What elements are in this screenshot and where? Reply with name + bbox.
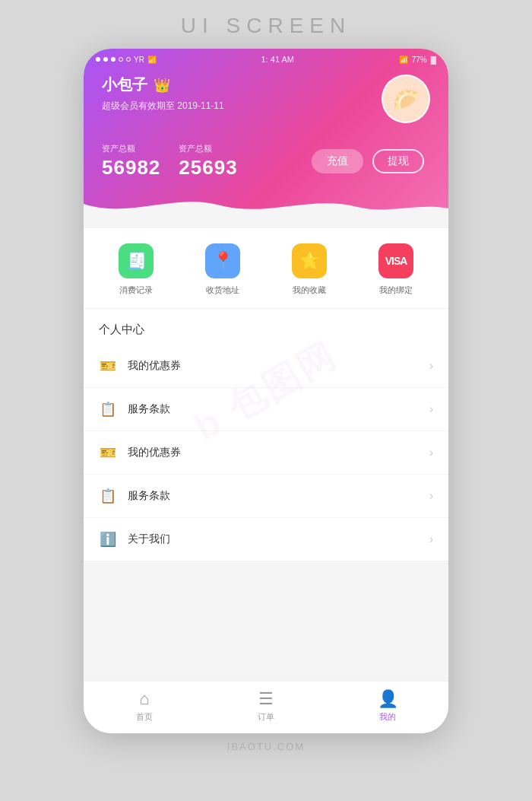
quick-item-binding[interactable]: VISA 我的绑定: [378, 243, 413, 296]
page-title: UI SCREEN: [181, 14, 351, 38]
signal-dot-2: [103, 57, 108, 62]
crown-icon: 👑: [154, 77, 170, 94]
status-left: YR 📶: [96, 56, 157, 64]
service1-text: 服务条款: [128, 402, 419, 416]
action-buttons: 充值 提现: [312, 149, 430, 173]
bottom-nav: ⌂ 首页 ☰ 订单 👤 我的: [84, 681, 448, 733]
orders-icon: ☰: [258, 689, 274, 709]
menu-item-service2[interactable]: 📋 服务条款 ›: [84, 475, 448, 518]
menu-list: 🎫 我的优惠券 › 📋 服务条款 › 🎫 我的优惠券 › 📋 服务条款 › ℹ️…: [84, 345, 448, 561]
quick-menu: 🧾 消费记录 📍 收货地址 ⭐ 我的收藏 VISA 我的绑定: [84, 228, 448, 309]
quick-item-favorites[interactable]: ⭐ 我的收藏: [292, 243, 327, 296]
user-info: 小包子 👑 超级会员有效期至 2019-11-11: [102, 75, 382, 113]
withdraw-button[interactable]: 提现: [372, 149, 424, 173]
arrow-icon-1: ›: [429, 359, 433, 373]
vip-text: 超级会员有效期至 2019-11-11: [102, 100, 382, 113]
orders-label: 订单: [258, 711, 274, 723]
time-display: 1: 41 AM: [261, 55, 294, 64]
favorites-label: 我的收藏: [293, 284, 326, 296]
arrow-icon-2: ›: [429, 402, 433, 416]
user-name-text: 小包子: [102, 75, 147, 95]
service2-icon: 📋: [99, 487, 117, 505]
coupon1-icon: 🎫: [99, 357, 117, 375]
quick-item-address[interactable]: 📍 收货地址: [205, 243, 240, 296]
balance-label-2: 资产总额: [179, 143, 237, 154]
bluetooth-icon: 📶: [399, 56, 408, 64]
content-spacer: [84, 567, 448, 681]
balance-row: 资产总额 56982 资产总额 25693 充值 提现: [84, 135, 448, 192]
balance-label-1: 资产总额: [102, 143, 160, 154]
quick-item-consumption[interactable]: 🧾 消费记录: [119, 243, 154, 296]
signal-dot-5: [126, 57, 131, 62]
signal-dot-4: [119, 57, 123, 62]
home-label: 首页: [136, 711, 153, 723]
nav-item-orders[interactable]: ☰ 订单: [205, 689, 327, 723]
service2-text: 服务条款: [128, 489, 419, 503]
signal-dot-3: [111, 57, 116, 62]
status-bar: YR 📶 1: 41 AM 📶 77% ▓: [84, 49, 448, 70]
header-section: 小包子 👑 超级会员有效期至 2019-11-11 🥟 资产总额 56982 资…: [84, 49, 448, 228]
menu-item-coupon1[interactable]: 🎫 我的优惠券 ›: [84, 345, 448, 388]
wave-divider: [84, 189, 448, 228]
mine-label: 我的: [379, 711, 396, 723]
arrow-icon-4: ›: [429, 489, 433, 503]
personal-center-title: 个人中心: [84, 309, 448, 345]
bottom-label: IBAOTU.COM: [227, 741, 305, 752]
favorites-icon: ⭐: [292, 243, 327, 278]
arrow-icon-3: ›: [429, 446, 433, 459]
consumption-label: 消费记录: [119, 284, 153, 296]
user-name-row: 小包子 👑: [102, 75, 382, 95]
address-label: 收货地址: [206, 284, 239, 296]
nav-item-mine[interactable]: 👤 我的: [327, 689, 448, 723]
phone-frame: b 包图网 YR 📶 1: 41 AM 📶 77% ▓ 小包子 👑: [84, 49, 448, 733]
menu-item-about[interactable]: ℹ️ 关于我们 ›: [84, 518, 448, 561]
coupon1-text: 我的优惠券: [128, 359, 419, 373]
menu-item-service1[interactable]: 📋 服务条款 ›: [84, 388, 448, 431]
home-icon: ⌂: [139, 689, 149, 709]
battery-icon: ▓: [431, 56, 436, 64]
service1-icon: 📋: [99, 400, 117, 418]
menu-item-coupon2[interactable]: 🎫 我的优惠券 ›: [84, 431, 448, 475]
coupon2-text: 我的优惠券: [128, 446, 419, 459]
avatar: 🥟: [382, 75, 430, 123]
balance-value-2: 25693: [179, 156, 237, 180]
coupon2-icon: 🎫: [99, 443, 117, 462]
binding-label: 我的绑定: [379, 284, 413, 296]
status-right: 📶 77% ▓: [399, 56, 436, 64]
balance-value-1: 56982: [102, 156, 160, 180]
consumption-icon: 🧾: [119, 243, 154, 278]
avatar-image: 🥟: [383, 76, 429, 122]
nav-item-home[interactable]: ⌂ 首页: [84, 689, 205, 723]
carrier-label: YR: [134, 56, 144, 64]
recharge-button[interactable]: 充值: [312, 149, 363, 173]
balance-item-2: 资产总额 25693: [179, 143, 237, 180]
battery-percent: 77%: [412, 56, 427, 64]
wifi-icon: 📶: [147, 56, 157, 64]
about-text: 关于我们: [128, 532, 419, 546]
about-icon: ℹ️: [99, 530, 117, 548]
arrow-icon-5: ›: [429, 532, 433, 546]
address-icon: 📍: [205, 243, 240, 278]
mine-icon: 👤: [378, 689, 398, 709]
binding-icon: VISA: [378, 243, 413, 278]
balance-item-1: 资产总额 56982: [102, 143, 160, 180]
signal-dot-1: [96, 57, 100, 62]
